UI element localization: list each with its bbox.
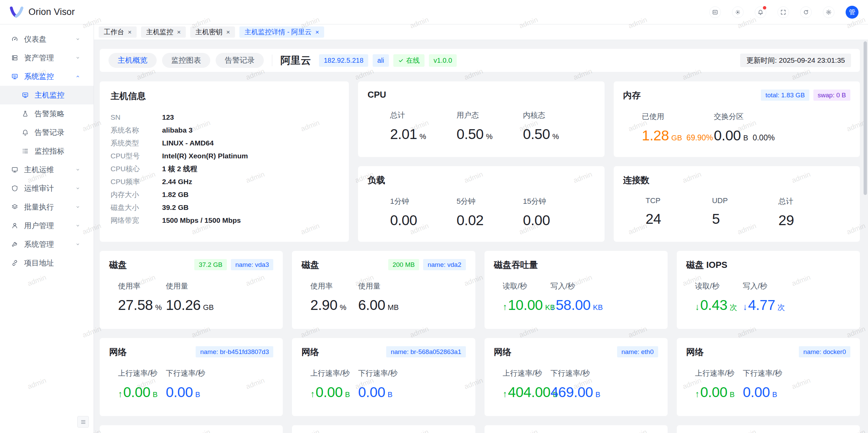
tab-close-icon[interactable]: × [128,29,132,35]
stat-label: 下行速率/秒 [358,368,406,378]
stat-number: 58.00 [556,297,591,313]
stat-number: 0.00 [714,127,741,144]
stat-label: 15分钟 [523,196,589,206]
arrow-down-icon: ↓ [695,302,700,312]
tab-label: 主机监控 [146,27,173,37]
view-tab-告警记录[interactable]: 告警记录 [216,53,264,68]
sidebar-item-运维审计[interactable]: 运维审计 [0,179,94,198]
sidebar-item-label: 批量执行 [24,202,54,212]
theme-icon [735,9,741,15]
view-tab-主机概览[interactable]: 主机概览 [108,53,157,68]
stat-value: ↓4.77次 [743,297,791,313]
divider [272,55,272,66]
card-磁盘吞吐量: 磁盘吞吐量读取/秒↑10.00KB写入/秒↓58.00KB [485,251,668,329]
stat-用户态: 用户态0.50% [456,110,523,142]
tab-工作台[interactable]: 工作台× [99,26,137,38]
chevron-down-icon [75,37,80,42]
stat-unit: B [345,390,350,399]
host-info-row: 网络带宽1500 Mbps / 1500 Mbps [111,214,338,227]
stat-unit: B [772,390,777,399]
stat-label: 读取/秒 [695,281,743,291]
refresh-button[interactable] [800,6,812,18]
stat-5分钟: 5分钟0.02 [456,196,523,229]
tab-主机监控[interactable]: 主机监控× [141,26,186,38]
settings-button[interactable] [823,6,834,18]
stat-使用量: 使用量10.26GB [166,281,214,313]
sidebar-item-仪表盘[interactable]: 仪表盘 [0,30,94,48]
tab-主机密钥[interactable]: 主机密钥× [190,26,235,38]
host-info-value: Intel(R) Xeon(R) Platinum [162,152,248,160]
tab-close-icon[interactable]: × [177,29,181,35]
tab-close-icon[interactable]: × [315,29,319,35]
fullscreen-button[interactable] [777,6,789,18]
sidebar-item-资产管理[interactable]: 资产管理 [0,48,94,67]
notification-dot [763,6,766,9]
card-CPU: CPU总计2.01%用户态0.50%内核态0.50% [358,81,605,157]
stat-value: 0.02 [456,212,523,229]
stat-number: 10.26 [166,297,201,313]
tab-label: 工作台 [104,27,124,37]
sidebar-item-主机监控[interactable]: 主机监控 [0,86,94,104]
card-网络: 网络 [677,425,860,433]
app-logo: Orion Visor [9,6,75,18]
host-info-value: 1 核 2 线程 [162,164,197,174]
sidebar-item-label: 系统监控 [24,72,54,82]
card-head: 磁盘37.2 GBname: vda3 [100,251,283,271]
sidebar-item-告警策略[interactable]: 告警策略 [0,104,94,123]
sidebar-collapse-button[interactable] [77,416,89,428]
stat-value: ↑404.00B [503,384,551,400]
host-info-row: CPU核心1 核 2 线程 [111,162,338,175]
host-badge: 在线 [393,54,425,67]
host-info-value: LINUX - AMD64 [162,139,214,147]
stats: 总计2.01%用户态0.50%内核态0.50% [358,110,605,142]
sidebar-item-主机运维[interactable]: 主机运维 [0,160,94,179]
card-网络: 网络name: eth0上行速率/秒↑404.00B下行速率/秒469.00B [485,338,668,416]
stat-value: 2.01% [390,126,456,142]
stat-value: 469.00B [551,384,598,400]
sidebar-item-label: 告警策略 [35,109,64,119]
stat-1分钟: 1分钟0.00 [390,196,456,229]
view-tabs: 主机概览监控图表告警记录 [108,53,264,68]
sidebar-item-label: 主机监控 [35,90,64,100]
arrow-up-icon: ↑ [118,389,123,399]
stats: 读取/秒↑10.00KB写入/秒↓58.00KB [485,281,668,313]
theme-button[interactable] [732,6,744,18]
sidebar-item-监控指标[interactable]: 监控指标 [0,142,94,160]
scrollbar-thumb[interactable] [864,41,867,195]
sidebar-item-项目地址[interactable]: 项目地址 [0,254,94,272]
stat-value: 24 [646,211,712,227]
stat-label: 使用量 [358,281,406,291]
stat-number: 0.00 [523,212,550,229]
tab-主机监控详情 - 阿里云[interactable]: 主机监控详情 - 阿里云× [239,26,324,38]
sidebar-item-label: 告警记录 [35,127,64,138]
sidebar-item-告警记录[interactable]: 告警记录 [0,123,94,142]
chevron-down-icon [75,167,80,172]
stat-value: 29 [778,212,845,229]
host-info-value: 1.82 GB [162,191,189,199]
view-tab-监控图表[interactable]: 监控图表 [162,53,210,68]
sidebar-item-用户管理[interactable]: 用户管理 [0,216,94,235]
notifications-button[interactable] [755,6,766,18]
stat-15分钟: 15分钟0.00 [523,196,589,229]
sidebar-item-系统监控[interactable]: 系统监控 [0,67,94,86]
badge-text: ali [377,57,384,64]
stat-unit: KB [593,303,603,312]
host-info-row: 内存大小1.82 GB [111,188,338,201]
card-title: 网络 [301,346,319,358]
stat-label: 下行速率/秒 [743,368,791,378]
stat-value: ↑10.00KB [503,297,551,313]
card-网络: 网络name: docker0上行速率/秒↑0.00B下行速率/秒0.00B [677,338,860,416]
host-info-card: 主机信息 SN123系统名称alibaba 3系统类型LINUX - AMD64… [100,81,349,242]
code-button[interactable] [709,6,721,18]
sidebar-item-批量执行[interactable]: 批量执行 [0,198,94,216]
stat-label: 内核态 [523,110,589,120]
tab-close-icon[interactable]: × [226,29,230,35]
topbar-actions: 管 [709,6,859,19]
link-icon [11,259,18,267]
user-avatar[interactable]: 管 [846,6,859,19]
sidebar-item-label: 用户管理 [24,221,54,231]
card-head: 网络name: docker0 [677,338,860,358]
sidebar-item-系统管理[interactable]: 系统管理 [0,235,94,254]
host-info-label: CPU型号 [111,151,162,161]
card-badge: swap: 0 B [813,90,850,101]
